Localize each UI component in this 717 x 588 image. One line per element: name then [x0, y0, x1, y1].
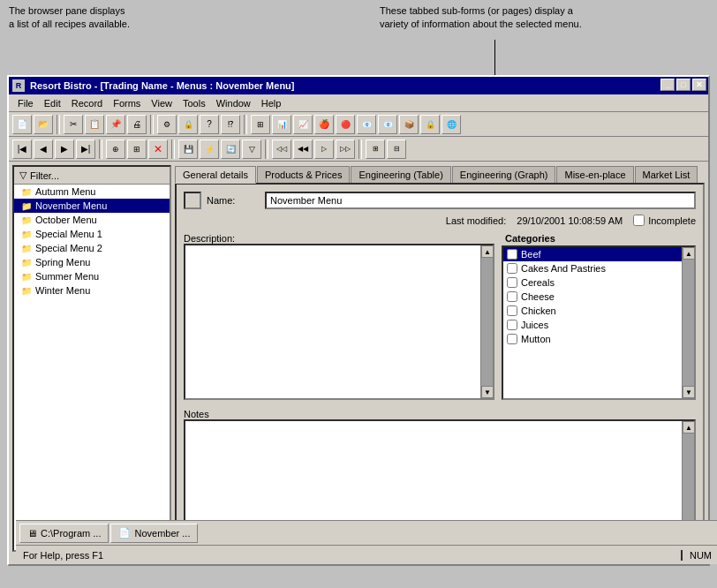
folder-icon: 📁	[21, 258, 32, 268]
close-button[interactable]: ✕	[692, 79, 706, 91]
tb5[interactable]: ⚙	[157, 115, 177, 134]
tab-eng-table[interactable]: Engineering (Table)	[351, 166, 450, 183]
main-window: R Resort Bistro - [Trading Name - Menus …	[7, 75, 710, 566]
folder-icon-selected: 📁	[21, 201, 32, 211]
restore-button[interactable]: □	[676, 79, 691, 91]
category-cheese[interactable]: Cheese	[503, 290, 694, 304]
menu-file[interactable]: File	[12, 96, 39, 110]
tree-item-november[interactable]: 📁 November Menu	[14, 199, 170, 213]
tree-item-winter[interactable]: 📁 Winter Menu	[14, 283, 170, 298]
name-input[interactable]	[265, 192, 696, 209]
tb14[interactable]: 📧	[357, 115, 376, 134]
tb12[interactable]: 🍎	[314, 115, 334, 134]
nav-discard[interactable]: ⚡	[200, 139, 219, 159]
tab-market[interactable]: Market List	[635, 166, 698, 183]
form-panel: Name: Last modified: 29/10/2001 10:08:59…	[175, 183, 705, 552]
tab-eng-graph[interactable]: Engineering (Graph)	[452, 166, 556, 183]
tb16[interactable]: 📦	[399, 115, 419, 134]
tb7[interactable]: ?	[200, 115, 219, 134]
tooltip-area: The browser pane displaysa list of all r…	[0, 0, 717, 75]
record-checkbox[interactable]	[184, 192, 201, 209]
scroll-down[interactable]: ▼	[481, 386, 494, 398]
nav-t3[interactable]: ▷	[314, 139, 334, 159]
nav-refresh[interactable]: 🔄	[221, 139, 240, 159]
tree-item-summer[interactable]: 📁 Summer Menu	[14, 269, 170, 283]
tb18[interactable]: 🌐	[442, 115, 461, 134]
category-cakes[interactable]: Cakes And Pastries	[503, 261, 694, 275]
minimize-button[interactable]: _	[660, 79, 675, 91]
menu-bar: File Edit Record Forms View Tools Window…	[9, 94, 708, 112]
tb13[interactable]: 🔴	[336, 115, 355, 134]
taskbar-program-label: C:\Program ...	[41, 528, 101, 539]
new-button[interactable]: 📄	[12, 115, 32, 134]
cat-check-cheese[interactable]	[507, 291, 517, 302]
nav-t2[interactable]: ◀◀	[293, 139, 313, 159]
menu-view[interactable]: View	[146, 96, 177, 110]
category-beef[interactable]: Beef	[503, 247, 694, 261]
tab-products[interactable]: Products & Prices	[257, 166, 350, 183]
nav-t5[interactable]: ⊞	[366, 139, 385, 159]
tb11[interactable]: 📈	[293, 115, 313, 134]
open-button[interactable]: 📂	[34, 115, 53, 134]
menu-tools[interactable]: Tools	[177, 96, 211, 110]
cat-check-chicken[interactable]	[507, 305, 517, 316]
tree-item-special1[interactable]: 📁 Special Menu 1	[14, 227, 170, 241]
category-juices[interactable]: Juices	[503, 318, 694, 332]
paste-button[interactable]: 📌	[106, 115, 125, 134]
menu-window[interactable]: Window	[211, 96, 256, 110]
nav-next[interactable]: ▶	[55, 139, 74, 159]
nav-first[interactable]: |◀	[12, 139, 32, 159]
content-area: ▽ Filter... 📁 Autumn Menu 📁 November Men…	[9, 162, 708, 555]
copy-button[interactable]: 📋	[85, 115, 104, 134]
tree-item-special2[interactable]: 📁 Special Menu 2	[14, 241, 170, 255]
description-field[interactable]: ▲ ▼	[184, 244, 494, 400]
cat-check-juices[interactable]	[507, 320, 517, 330]
incomplete-checkbox[interactable]	[633, 215, 645, 226]
cat-scroll-up[interactable]: ▲	[683, 247, 695, 260]
cut-button[interactable]: ✂	[64, 115, 83, 134]
nav-t6[interactable]: ⊟	[387, 139, 406, 159]
nav-save[interactable]: 💾	[178, 139, 198, 159]
cat-scrollbar[interactable]: ▲ ▼	[682, 247, 694, 398]
category-chicken[interactable]: Chicken	[503, 304, 694, 318]
cat-scroll-down[interactable]: ▼	[683, 386, 695, 398]
menu-help[interactable]: Help	[256, 96, 287, 110]
description-scrollbar[interactable]: ▲ ▼	[480, 245, 493, 398]
cat-check-beef[interactable]	[507, 249, 517, 260]
taskbar-program[interactable]: 🖥 C:\Program ...	[19, 524, 109, 543]
category-mutton[interactable]: Mutton	[503, 332, 694, 346]
nav-t1[interactable]: ◁◁	[272, 139, 291, 159]
filter-button[interactable]: ▽ Filter...	[14, 167, 170, 185]
menu-edit[interactable]: Edit	[39, 96, 66, 110]
tb10[interactable]: 📊	[272, 115, 291, 134]
nav-filter[interactable]: ▽	[242, 139, 261, 159]
taskbar-november[interactable]: 📄 November ...	[110, 524, 198, 543]
cat-check-mutton[interactable]	[507, 334, 517, 344]
tb15[interactable]: 📧	[378, 115, 397, 134]
tab-mise[interactable]: Mise-en-place	[556, 166, 633, 183]
notes-scroll-up[interactable]: ▲	[683, 421, 695, 433]
tb9[interactable]: ⊞	[251, 115, 270, 134]
tree-item-october[interactable]: 📁 October Menu	[14, 213, 170, 227]
nav-t4[interactable]: ▷▷	[336, 139, 355, 159]
tb17[interactable]: 🔒	[420, 115, 440, 134]
tree-item-label: Special Menu 2	[35, 243, 102, 253]
tree-item-spring[interactable]: 📁 Spring Menu	[14, 255, 170, 269]
nav-dup[interactable]: ⊞	[127, 139, 147, 159]
cat-check-cereals[interactable]	[507, 277, 517, 288]
menu-record[interactable]: Record	[66, 96, 108, 110]
tree-item-label: November Menu	[35, 200, 107, 211]
menu-forms[interactable]: Forms	[108, 96, 146, 110]
tb8[interactable]: ⁉	[221, 115, 240, 134]
category-cereals[interactable]: Cereals	[503, 275, 694, 290]
tree-item-autumn[interactable]: 📁 Autumn Menu	[14, 185, 170, 199]
tab-general[interactable]: General details	[175, 166, 256, 184]
nav-del[interactable]: ✕	[148, 139, 168, 159]
cat-check-cakes[interactable]	[507, 263, 517, 274]
tb6[interactable]: 🔒	[178, 115, 198, 134]
nav-last[interactable]: ▶|	[76, 139, 95, 159]
scroll-up[interactable]: ▲	[481, 245, 494, 258]
nav-new[interactable]: ⊕	[106, 139, 125, 159]
nav-prev[interactable]: ◀	[34, 139, 53, 159]
print-button[interactable]: 🖨	[127, 115, 147, 134]
